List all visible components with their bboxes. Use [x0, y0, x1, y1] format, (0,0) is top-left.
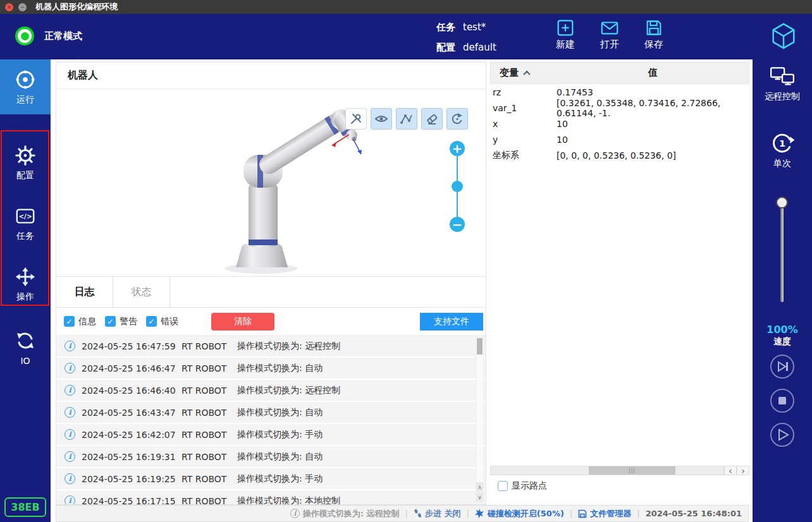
- clear-log-button[interactable]: 清除: [211, 313, 274, 331]
- log-row[interactable]: i 2024-05-25 16:19:25 RT ROBOT 操作模式切换为: …: [56, 468, 486, 490]
- svg-text:</>: </>: [18, 212, 32, 220]
- info-checkbox[interactable]: ✓: [64, 316, 75, 327]
- open-button-label: 打开: [600, 39, 619, 51]
- speed-display: 100% 速度: [753, 324, 812, 348]
- log-source: RT ROBOT: [181, 496, 237, 505]
- sidebar-item-task[interactable]: </> 任务: [0, 200, 51, 248]
- log-source: RT ROBOT: [181, 385, 237, 396]
- open-file-icon: [600, 18, 620, 38]
- sidebar-item-run[interactable]: 运行: [0, 59, 51, 114]
- minimize-button[interactable]: −: [18, 3, 27, 11]
- log-source: RT ROBOT: [181, 474, 237, 484]
- zoom-in-button[interactable]: +: [450, 141, 465, 156]
- run-dial-icon: [15, 69, 36, 90]
- status-datetime: 2024-05-25 16:48:01: [646, 509, 742, 518]
- rotate-view-button[interactable]: [446, 108, 468, 130]
- log-time: 2024-05-25 16:46:47: [82, 363, 181, 373]
- collision-label: 碰撞检测开启(50%): [488, 508, 564, 519]
- speed-slider-track[interactable]: [780, 201, 784, 302]
- robot-log-panel: 机器人: [56, 62, 486, 505]
- tab-log[interactable]: 日志: [56, 277, 113, 307]
- log-row[interactable]: i 2024-05-25 16:19:31 RT ROBOT 操作模式切换为: …: [56, 446, 486, 468]
- remote-control-button[interactable]: 远程控制: [753, 66, 812, 102]
- sidebar-item-config[interactable]: 配置: [0, 139, 51, 187]
- speed-value: 100%: [766, 324, 797, 336]
- log-message: 操作模式切换为: 手动: [237, 429, 323, 440]
- play-button[interactable]: [770, 423, 794, 447]
- speed-slider-knob[interactable]: [776, 197, 788, 209]
- variable-row[interactable]: var_1 [0.3261, 0.35348, 0.73416, 2.72866…: [490, 100, 749, 116]
- zoom-out-button[interactable]: −: [450, 217, 465, 232]
- log-row[interactable]: i 2024-05-25 16:43:47 RT ROBOT 操作模式切换为: …: [56, 402, 486, 424]
- variable-row[interactable]: x 10: [490, 116, 749, 131]
- show-waypoints-checkbox[interactable]: [498, 481, 508, 491]
- log-row[interactable]: i 2024-05-25 16:46:40 RT ROBOT 操作模式切换为: …: [56, 380, 486, 402]
- save-button[interactable]: 保存: [644, 18, 664, 51]
- variable-row[interactable]: 坐标系 [0, 0, 0, 0.5236, 0.5236, 0]: [490, 147, 749, 163]
- sidebar-item-operate[interactable]: 操作: [0, 260, 51, 308]
- log-message: 操作模式切换为: 自动: [237, 407, 323, 418]
- log-row[interactable]: i 2024-05-25 16:47:59 RT ROBOT 操作模式切换为: …: [56, 336, 486, 358]
- device-id-badge[interactable]: 38EB: [4, 497, 46, 517]
- support-files-button[interactable]: 支持文件: [420, 313, 483, 331]
- error-checkbox[interactable]: ✓: [146, 316, 157, 327]
- filter-error-label: 错误: [161, 316, 178, 327]
- log-message: 操作模式切换为: 远程控制: [237, 341, 340, 352]
- variable-name: x: [490, 119, 557, 129]
- step-toggle[interactable]: 步进 关闭: [414, 508, 461, 519]
- log-row[interactable]: i 2024-05-25 16:46:47 RT ROBOT 操作模式切换为: …: [56, 358, 486, 380]
- log-scrollbar[interactable]: ∧ ∨: [476, 337, 484, 503]
- step-label: 步进 关闭: [425, 508, 461, 519]
- collision-detection-toggle[interactable]: 碰撞检测开启(50%): [475, 508, 564, 519]
- log-time: 2024-05-25 16:43:47: [82, 408, 181, 418]
- variable-row[interactable]: y 10: [490, 131, 749, 147]
- tools-button[interactable]: [345, 108, 367, 130]
- log-filter-row: ✓ 信息 ✓ 警告 ✓ 错误 清除 支持文件: [56, 308, 486, 336]
- file-manager-icon: [578, 509, 587, 518]
- app-logo: [769, 21, 798, 53]
- log-row[interactable]: i 2024-05-25 16:17:15 RT ROBOT 操作模式切换为: …: [56, 490, 486, 504]
- file-manager-button[interactable]: 文件管理器: [578, 508, 631, 519]
- log-message: 操作模式切换为: 自动: [237, 363, 323, 374]
- zoom-slider-knob[interactable]: [452, 181, 463, 192]
- code-block-icon: </>: [15, 205, 36, 227]
- h-scrollbar-thumb[interactable]: |||: [589, 466, 675, 475]
- show-waypoints-label: 显示路点: [512, 480, 547, 492]
- svg-text:1: 1: [779, 138, 785, 149]
- stop-button[interactable]: [770, 389, 794, 413]
- scroll-left-button[interactable]: ‹: [724, 466, 737, 475]
- path-button[interactable]: [396, 108, 417, 130]
- erase-button[interactable]: [421, 108, 443, 130]
- step-forward-button[interactable]: [770, 355, 794, 379]
- h-scrollbar-track[interactable]: |||: [490, 466, 724, 475]
- info-icon: i: [290, 509, 300, 518]
- scroll-up-button[interactable]: ∧: [476, 482, 483, 492]
- variable-value: 0.17453: [557, 87, 749, 97]
- sidebar-item-io[interactable]: IO: [0, 324, 51, 372]
- config-label: 配置: [436, 42, 455, 54]
- close-button[interactable]: ×: [5, 3, 13, 11]
- value-column-header: 值: [557, 67, 749, 79]
- variable-value: 10: [557, 119, 749, 129]
- remote-control-icon: [769, 66, 796, 88]
- warning-checkbox[interactable]: ✓: [105, 316, 116, 327]
- tab-status[interactable]: 状态: [113, 277, 170, 307]
- skip-next-icon: [772, 356, 793, 377]
- sidebar-item-label: 操作: [16, 291, 34, 303]
- log-row[interactable]: i 2024-05-25 16:42:07 RT ROBOT 操作模式切换为: …: [56, 424, 486, 446]
- variables-header[interactable]: 变量 值: [490, 62, 749, 84]
- variables-h-scrollbar: ||| ‹ ›: [490, 466, 749, 475]
- scroll-down-button[interactable]: ∨: [476, 492, 483, 502]
- visibility-button[interactable]: [371, 108, 392, 130]
- single-run-label: 单次: [773, 158, 791, 169]
- log-scrollbar-thumb[interactable]: [477, 338, 483, 355]
- log-message: 操作模式切换为: 远程控制: [237, 385, 340, 396]
- collapse-caret-icon[interactable]: [523, 70, 530, 77]
- robot-3d-viewport[interactable]: + −: [56, 89, 486, 276]
- scroll-right-button[interactable]: ›: [737, 466, 749, 475]
- filter-info: ✓ 信息: [64, 316, 96, 327]
- new-button[interactable]: 新建: [555, 18, 575, 51]
- single-run-button[interactable]: 1 单次: [753, 130, 812, 169]
- open-button[interactable]: 打开: [600, 18, 620, 51]
- speed-label: 速度: [773, 336, 791, 348]
